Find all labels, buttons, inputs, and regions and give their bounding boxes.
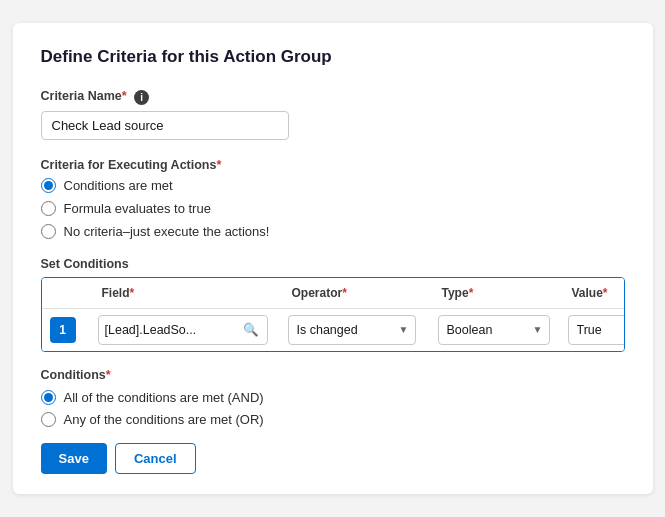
table-row: 1 [Lead].LeadSo... 🔍 Is changed Is not c… [42, 309, 624, 351]
operator-select-wrap: Is changed Is not changed Equals Not equ… [288, 315, 416, 345]
radio-or[interactable]: Any of the conditions are met (OR) [41, 412, 625, 427]
field-search-button[interactable]: 🔍 [241, 322, 261, 337]
col-header-type: Type* [438, 284, 568, 302]
set-conditions-section: Field* Operator* Type* Value* 1 [Lead].L… [41, 277, 625, 352]
col-header-num [50, 284, 98, 302]
conditions-footer: Conditions* All of the conditions are me… [41, 368, 625, 427]
field-value: [Lead].LeadSo... [105, 323, 241, 337]
operator-select[interactable]: Is changed Is not changed Equals Not equ… [288, 315, 416, 345]
radio-input-no-criteria[interactable] [41, 224, 56, 239]
radio-input-conditions-met[interactable] [41, 178, 56, 193]
col-header-value: Value* [568, 284, 625, 302]
main-card: Define Criteria for this Action Group Cr… [13, 23, 653, 493]
radio-and[interactable]: All of the conditions are met (AND) [41, 390, 625, 405]
radio-input-and[interactable] [41, 390, 56, 405]
search-icon: 🔍 [243, 323, 259, 337]
type-cell: Boolean String Number ▼ [438, 315, 568, 345]
radio-formula-true[interactable]: Formula evaluates to true [41, 201, 625, 216]
col-header-field: Field* [98, 284, 288, 302]
field-cell: [Lead].LeadSo... 🔍 [98, 315, 288, 345]
set-conditions-label: Set Conditions [41, 257, 625, 271]
value-select[interactable]: True False [568, 315, 625, 345]
radio-input-formula-true[interactable] [41, 201, 56, 216]
criteria-name-input[interactable] [41, 111, 289, 140]
radio-conditions-met[interactable]: Conditions are met [41, 178, 625, 193]
info-icon[interactable]: i [134, 90, 149, 105]
type-select[interactable]: Boolean String Number [438, 315, 550, 345]
page-title: Define Criteria for this Action Group [41, 47, 625, 67]
type-select-wrap: Boolean String Number ▼ [438, 315, 550, 345]
radio-input-or[interactable] [41, 412, 56, 427]
conditions-footer-label: Conditions* [41, 368, 625, 382]
cancel-button[interactable]: Cancel [115, 443, 196, 474]
field-input-wrap[interactable]: [Lead].LeadSo... 🔍 [98, 315, 268, 345]
criteria-radio-group: Conditions are met Formula evaluates to … [41, 178, 625, 239]
col-header-operator: Operator* [288, 284, 438, 302]
conditions-table-header: Field* Operator* Type* Value* [42, 278, 624, 309]
value-cell: True False ▼ [568, 315, 625, 345]
value-select-wrap: True False ▼ [568, 315, 625, 345]
radio-no-criteria[interactable]: No criteria–just execute the actions! [41, 224, 625, 239]
operator-cell: Is changed Is not changed Equals Not equ… [288, 315, 438, 345]
action-buttons: Save Cancel [41, 443, 625, 474]
save-button[interactable]: Save [41, 443, 107, 474]
criteria-name-label: Criteria Name* i [41, 89, 625, 104]
criteria-for-label: Criteria for Executing Actions* [41, 158, 625, 172]
row-number: 1 [50, 317, 98, 343]
